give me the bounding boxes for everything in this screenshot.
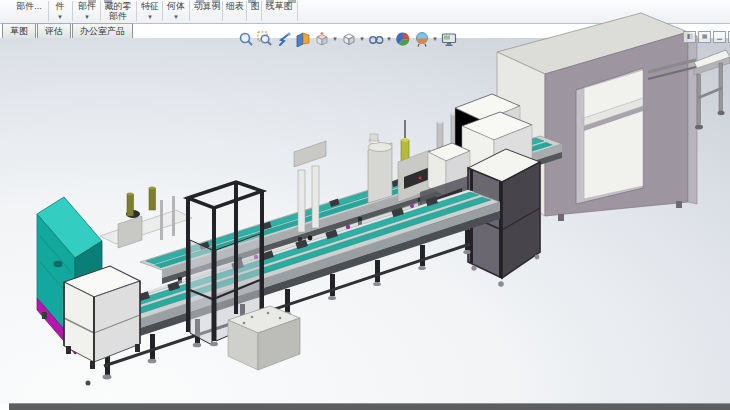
- hide-show-items-icon[interactable]: [367, 30, 384, 48]
- chevron-down-icon[interactable]: ▼: [386, 36, 392, 42]
- assembly-3d-model[interactable]: [0, 0, 730, 410]
- apply-scene-icon[interactable]: [413, 30, 430, 48]
- view-orientation-icon[interactable]: [313, 30, 330, 48]
- display-style-icon[interactable]: [340, 30, 357, 48]
- chevron-down-icon[interactable]: ▼: [359, 36, 365, 42]
- zoom-to-fit-icon[interactable]: [237, 30, 254, 48]
- previous-view-icon[interactable]: [275, 30, 292, 48]
- heads-up-view-toolbar: ▼ ▼ ▼ ▼: [237, 30, 457, 48]
- zoom-to-area-icon[interactable]: [256, 30, 273, 48]
- stray-leveling-foot[interactable]: [86, 381, 91, 386]
- cad-application-window: 部件... 件 ▼ 部件 ▼ 藏的零 部件 特征 ▼ 何体 ▼ 动算例 细表 图: [0, 0, 730, 410]
- restore-window-icon[interactable]: ◧: [683, 31, 696, 43]
- document-window-controls: ◧ ▦ ▁ ⧉: [683, 31, 730, 43]
- chevron-down-icon[interactable]: ▼: [332, 36, 338, 42]
- view-settings-icon[interactable]: [440, 30, 457, 48]
- tile-window-icon[interactable]: ▦: [698, 31, 711, 43]
- minimize-window-icon[interactable]: ▁: [713, 31, 726, 43]
- chevron-down-icon[interactable]: ▼: [432, 36, 438, 42]
- section-view-icon[interactable]: [294, 30, 311, 48]
- taskbar-edge[interactable]: [9, 403, 730, 410]
- edit-appearance-icon[interactable]: [394, 30, 411, 48]
- left-process-station[interactable]: [100, 186, 192, 248]
